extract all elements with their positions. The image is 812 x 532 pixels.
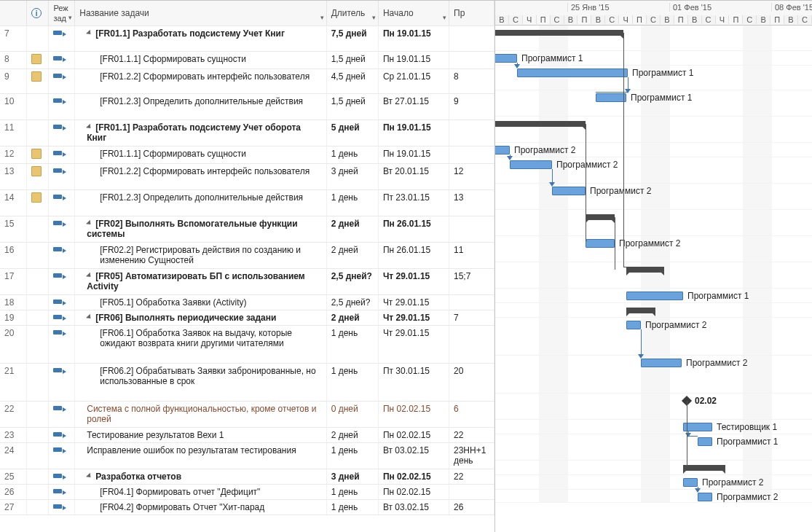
indicator-cell[interactable] [27, 26, 49, 52]
task-bar[interactable] [510, 160, 552, 169]
indicator-cell[interactable] [27, 326, 49, 364]
gantt-row[interactable]: 02.02 [495, 394, 812, 420]
row-number[interactable]: 19 [0, 310, 27, 326]
predecessor-cell[interactable] [449, 146, 494, 164]
task-name-cell[interactable]: [FR06] Выполнять периодические задани [75, 310, 326, 326]
task-bar[interactable] [596, 93, 626, 102]
task-row[interactable]: 12[FR01.1.1] Сформировать сущности1 день… [0, 146, 494, 164]
row-number[interactable]: 21 [0, 364, 27, 402]
gantt-row[interactable]: Программист 2 [495, 236, 812, 262]
indicator-cell[interactable] [27, 94, 49, 120]
predecessor-cell[interactable] [449, 485, 494, 500]
task-bar[interactable] [698, 437, 712, 446]
task-row[interactable]: 16[FR02.2] Регистрировать действия по со… [0, 243, 494, 269]
task-name-cell[interactable]: [FR01.1.1] Сформировать сущности [75, 52, 326, 69]
start-cell[interactable]: Пн 02.02.15 [378, 485, 449, 500]
gantt-body[interactable]: Программист 1Программист 1Программист 1П… [495, 26, 812, 503]
task-row[interactable]: 22Система с полной функциональностью, кр… [0, 402, 494, 428]
hdr-mode[interactable]: Реж зад ▾ [49, 1, 75, 26]
duration-cell[interactable]: 1,5 дней [326, 52, 378, 69]
duration-cell[interactable]: 3 дней [326, 164, 378, 190]
task-mode-cell[interactable] [49, 402, 75, 428]
row-number[interactable]: 18 [0, 295, 27, 310]
duration-cell[interactable]: 2 дней [326, 216, 378, 243]
task-mode-cell[interactable] [49, 120, 75, 146]
task-row[interactable]: 20[FR06.1] Обработка Заявок на выдачу, к… [0, 326, 494, 364]
duration-cell[interactable]: 1 день [326, 146, 378, 164]
task-name-cell[interactable]: [FR05.1] Обработка Заявки (Activity) [75, 295, 326, 310]
start-cell[interactable]: Вт 03.02.15 [378, 500, 449, 515]
collapse-toggle-icon[interactable] [87, 316, 92, 321]
start-cell[interactable]: Пн 19.01.15 [378, 26, 449, 52]
summary-bar[interactable] [586, 214, 615, 220]
row-number[interactable]: 8 [0, 52, 27, 69]
gantt-row[interactable]: Программист 1 [495, 90, 812, 117]
row-number[interactable]: 9 [0, 69, 27, 94]
task-name-cell[interactable]: [FR01.1] Разработать подсистему Учет Кни… [75, 26, 326, 52]
row-number[interactable]: 13 [0, 164, 27, 190]
gantt-row[interactable] [495, 262, 812, 289]
gantt-row[interactable]: Программист 2 [495, 184, 812, 210]
hdr-num[interactable] [0, 1, 27, 26]
task-bar[interactable] [698, 493, 712, 501]
gantt-row[interactable] [495, 210, 812, 236]
task-name-cell[interactable]: [FR01.2.3] Определить дополнительные дей… [75, 94, 326, 120]
task-row[interactable]: 7[FR01.1] Разработать подсистему Учет Кн… [0, 26, 494, 52]
indicator-cell[interactable] [27, 402, 49, 428]
collapse-toggle-icon[interactable] [87, 274, 92, 280]
gantt-row[interactable]: Программист 2 [495, 143, 812, 157]
gantt-row[interactable]: Программист 1 [495, 434, 812, 461]
indicator-cell[interactable] [27, 428, 49, 443]
task-bar[interactable] [626, 321, 641, 329]
gantt-chart[interactable]: в '1525 Янв '1501 Фев '1508 Фев '15 ВСЧП… [495, 1, 812, 532]
predecessor-cell[interactable] [449, 52, 494, 69]
duration-cell[interactable]: 5 дней [326, 120, 378, 146]
duration-cell[interactable]: 2,5 дней? [326, 269, 378, 295]
start-cell[interactable]: Чт 29.01.15 [378, 326, 449, 364]
gantt-row[interactable]: Программист 1 [495, 51, 812, 66]
task-row[interactable]: 18[FR05.1] Обработка Заявки (Activity)2,… [0, 295, 494, 310]
predecessor-cell[interactable] [449, 216, 494, 243]
start-cell[interactable]: Пн 19.01.15 [378, 146, 449, 164]
row-number[interactable]: 24 [0, 443, 27, 469]
predecessor-cell[interactable]: 12 [449, 164, 494, 190]
gantt-row[interactable]: Программист 2 [495, 475, 812, 490]
predecessor-cell[interactable] [449, 295, 494, 310]
duration-cell[interactable]: 2 дней [326, 310, 378, 326]
task-row[interactable]: 24Исправление ошибок по результатам тест… [0, 443, 494, 469]
task-row[interactable]: 9[FR01.2.2] Сформировать интерфейс польз… [0, 69, 494, 94]
collapse-toggle-icon[interactable] [87, 474, 92, 480]
start-cell[interactable]: Чт 29.01.15 [378, 310, 449, 326]
task-name-cell[interactable]: [FR06.2] Обрабатывать Заявки забронирова… [75, 364, 326, 402]
task-name-cell[interactable]: [FR06.1] Обработка Заявок на выдачу, кот… [75, 326, 326, 364]
gantt-row[interactable] [495, 303, 812, 318]
duration-cell[interactable]: 1 день [326, 500, 378, 515]
task-mode-cell[interactable] [49, 485, 75, 500]
start-cell[interactable]: Вт 20.01.15 [378, 164, 449, 190]
row-number[interactable]: 23 [0, 428, 27, 443]
row-number[interactable]: 26 [0, 485, 27, 500]
task-bar[interactable] [683, 478, 698, 487]
task-row[interactable]: 11[FR01.1] Разработать подсистему Учет о… [0, 120, 494, 146]
task-row[interactable]: 14[FR01.2.3] Определить дополнительные д… [0, 190, 494, 216]
collapse-toggle-icon[interactable] [87, 31, 92, 37]
indicator-cell[interactable] [27, 164, 49, 190]
predecessor-cell[interactable] [449, 120, 494, 146]
indicator-cell[interactable] [27, 146, 49, 164]
duration-cell[interactable]: 1 день [326, 443, 378, 469]
predecessor-cell[interactable]: 26 [449, 500, 494, 515]
start-cell[interactable]: Вт 03.02.15 [378, 443, 449, 469]
start-cell[interactable]: Пн 19.01.15 [378, 120, 449, 146]
start-cell[interactable]: Пн 26.01.15 [378, 243, 449, 269]
start-cell[interactable]: Пн 26.01.15 [378, 216, 449, 243]
summary-bar[interactable] [626, 308, 655, 313]
task-name-cell[interactable]: Система с полной функциональностью, кром… [75, 402, 326, 428]
summary-bar[interactable] [495, 30, 623, 36]
task-bar[interactable] [517, 69, 628, 77]
start-cell[interactable]: Пн 19.01.15 [378, 52, 449, 69]
predecessor-cell[interactable]: 6 [449, 402, 494, 428]
task-mode-cell[interactable] [49, 469, 75, 485]
gantt-row[interactable]: Программист 1 [495, 289, 812, 303]
indicator-cell[interactable] [27, 364, 49, 402]
hdr-duration[interactable]: Длитель ▾ [326, 1, 378, 26]
